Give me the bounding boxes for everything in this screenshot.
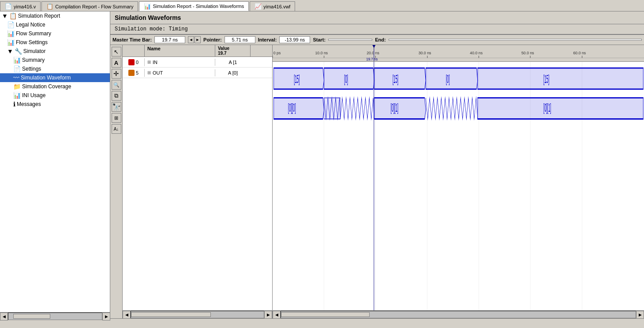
- waveform-timeline: 0 ps 10.0 ns 20.0 ns 30.0 ns: [273, 45, 644, 62]
- tool-text[interactable]: A: [112, 58, 121, 68]
- pointer-value[interactable]: 5.71 ns: [225, 36, 255, 43]
- sidebar-label-settings: Settings: [22, 66, 108, 72]
- signal-index-in: 0: [123, 58, 145, 66]
- waveform-scrollbar[interactable]: ◀ ▶: [273, 310, 644, 318]
- doc-icon-flow-summary: 📊: [7, 30, 15, 37]
- sidebar-item-legal-notice[interactable]: 📄 Legal Notice: [0, 20, 110, 29]
- content-title-text: Simulation Waveforms: [115, 14, 181, 21]
- timeline-svg: 0 ps 10.0 ns 20.0 ns 30.0 ns: [273, 45, 644, 61]
- main-layout: ▼ 📋 Simulation Report 📄 Legal Notice 📊 F…: [0, 11, 644, 318]
- doc-icon-ini-usage: 📊: [13, 92, 21, 99]
- tool-cursor[interactable]: ↖: [112, 47, 121, 57]
- svg-text:0 ps: 0 ps: [273, 51, 281, 56]
- interval-value[interactable]: -13.99 ns: [279, 36, 310, 43]
- svg-text:60.0 ns: 60.0 ns: [573, 51, 586, 56]
- tab-flow-summary[interactable]: 📋 Compilation Report - Flow Summary: [41, 1, 138, 11]
- sidebar-item-simulation-waveform[interactable]: 〰 Simulation Waveform: [0, 73, 110, 82]
- tool-copy[interactable]: ⧉: [112, 91, 121, 101]
- doc-icon-messages: ℹ: [13, 101, 15, 108]
- sidebar-scroll-right[interactable]: ▶: [102, 313, 110, 318]
- signal-scroll-thumb[interactable]: [131, 312, 211, 317]
- folder-icon-sim-report: 📋: [9, 12, 17, 19]
- tool-find[interactable]: 🔭: [112, 102, 121, 112]
- content-title: Simulation Waveforms: [110, 11, 644, 24]
- doc-icon-sim-coverage: 📁: [13, 83, 21, 90]
- signal-display-name-out: OUT: [153, 70, 163, 75]
- sidebar-item-messages[interactable]: ℹ Messages: [0, 100, 110, 109]
- sidebar-item-summary[interactable]: 📊 Summary: [0, 56, 110, 64]
- expand-icon-in[interactable]: ⊞: [147, 60, 151, 64]
- sidebar-item-simulation-coverage[interactable]: 📁 Simulation Coverage: [0, 82, 110, 91]
- pointer-label: Pointer:: [203, 37, 222, 42]
- svg-text:[0][1]: [0][1]: [543, 102, 551, 114]
- signal-scroll-right[interactable]: ▶: [264, 311, 272, 318]
- svg-text:20.0 ns: 20.0 ns: [367, 51, 379, 56]
- tab-label-vwf: yima416.vwf: [263, 4, 290, 9]
- signal-header-name: Name: [145, 45, 215, 57]
- sidebar-item-flow-settings[interactable]: 📊 Flow Settings: [0, 38, 110, 47]
- svg-text:[15]: [15]: [393, 73, 398, 85]
- tab-vwf[interactable]: 📈 yima416.vwf: [250, 1, 295, 11]
- sidebar-item-flow-summary[interactable]: 📊 Flow Summary: [0, 29, 110, 38]
- waveform-signals[interactable]: [15] [0] [15] [0]: [273, 62, 644, 318]
- doc-icon-flow-settings: 📊: [7, 39, 15, 46]
- svg-marker-27: [324, 68, 374, 89]
- signal-panel-scrollbar[interactable]: ◀ ▶: [123, 310, 272, 318]
- tab-icon-flow-summary: 📋: [46, 3, 53, 10]
- time-arrow-left[interactable]: ◄: [188, 36, 194, 43]
- signal-header-index: [123, 45, 145, 57]
- sidebar-item-simulation-report[interactable]: ▼ 📋 Simulation Report: [0, 11, 110, 20]
- doc-icon-summary: 📊: [13, 57, 21, 64]
- sidebar-scroll-track[interactable]: [8, 313, 102, 318]
- waveform-scroll-right[interactable]: ▶: [636, 311, 644, 318]
- signal-name-in: ⊞ IN: [145, 59, 215, 66]
- signal-row-in[interactable]: 0 ⊞ IN A [1: [123, 57, 272, 68]
- tab-label-flow-summary: Compilation Report - Flow Summary: [55, 4, 133, 9]
- sidebar-item-settings[interactable]: 📄 Settings: [0, 64, 110, 73]
- signal-number-in: 0: [136, 60, 139, 65]
- sidebar-label-simulation-report: Simulation Report: [18, 13, 108, 19]
- waveform-scroll-left[interactable]: ◀: [273, 311, 281, 318]
- simulation-mode-label: Simulation mode:: [115, 26, 165, 32]
- signal-scroll-left[interactable]: ◀: [123, 311, 131, 318]
- tab-yima416[interactable]: 📄 yima416.v: [0, 1, 41, 11]
- sidebar-item-simulator[interactable]: ▼ 🔧 Simulator: [0, 47, 110, 56]
- end-value[interactable]: [389, 39, 642, 41]
- signal-panel: Name Value19.7 0 ⊞ IN: [123, 45, 273, 318]
- folder-icon-simulator: 🔧: [15, 48, 22, 55]
- signal-scroll-track[interactable]: [131, 311, 264, 318]
- master-time-value[interactable]: 19.7 ns: [154, 36, 185, 43]
- signal-rows: 0 ⊞ IN A [1 5: [123, 57, 272, 310]
- signal-number-out: 5: [136, 70, 139, 75]
- sidebar-scrollbar[interactable]: ◀ ▶: [0, 312, 110, 318]
- waveform-scroll-thumb[interactable]: [281, 312, 370, 317]
- sidebar-scrollbar-area: ◀ ▶: [0, 312, 110, 318]
- signal-row-out[interactable]: 5 ⊞ OUT A [0]: [123, 68, 272, 78]
- sidebar-scroll-thumb[interactable]: [13, 314, 51, 318]
- signal-index-out: 5: [123, 69, 145, 77]
- time-arrow-right[interactable]: ►: [195, 36, 201, 43]
- start-value[interactable]: [328, 39, 372, 41]
- svg-text:[15]: [15]: [543, 73, 549, 85]
- tool-zoom-in[interactable]: 🔍: [112, 80, 121, 90]
- collapse-icon: ▼: [2, 12, 8, 19]
- sidebar-scroll-left[interactable]: ◀: [0, 313, 8, 318]
- master-time-label: Master Time Bar:: [112, 37, 152, 42]
- signal-color-in: [128, 59, 135, 65]
- signal-header-value: Value19.7: [215, 45, 251, 57]
- waveform-body: ↖ A ✛ 🔍 ⧉ 🔭 ⊞ A↓ Name Value19.7: [110, 45, 644, 318]
- svg-text:19.7 ns: 19.7 ns: [366, 57, 378, 61]
- expand-icon-out[interactable]: ⊞: [147, 70, 151, 75]
- svg-marker-29: [374, 68, 426, 89]
- tool-snap[interactable]: ⊞: [112, 113, 121, 123]
- sidebar-item-ini-usage[interactable]: 📊 INI Usage: [0, 91, 110, 100]
- waveform-scroll-track[interactable]: [281, 311, 636, 318]
- signal-panel-header: Name Value19.7: [123, 45, 272, 57]
- time-bar-arrows[interactable]: ◄ ►: [188, 36, 201, 43]
- tool-sort[interactable]: A↓: [112, 124, 121, 134]
- tool-crosshair[interactable]: ✛: [112, 69, 121, 79]
- simulation-mode-value: Timing: [168, 26, 187, 32]
- tab-sim-report[interactable]: 📊 Simulation Report - Simulation Wavefor…: [139, 1, 249, 11]
- interval-label: Interval:: [258, 37, 277, 42]
- svg-marker-31: [426, 68, 478, 89]
